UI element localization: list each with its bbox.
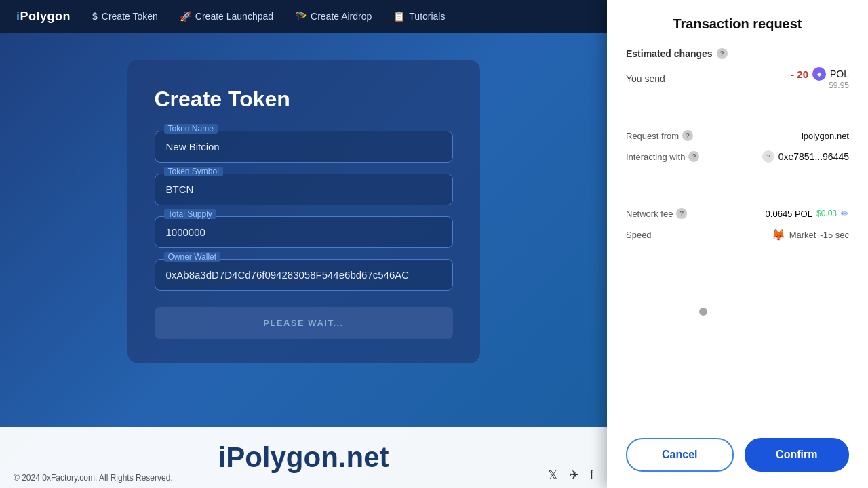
confirm-button[interactable]: Confirm — [745, 438, 850, 472]
owner-wallet-input[interactable] — [155, 259, 453, 291]
send-token-name: POL — [830, 68, 849, 79]
owner-wallet-label: Owner Wallet — [164, 252, 221, 262]
estimated-changes-label: Estimated changes ? — [626, 48, 849, 59]
dollar-icon: $ — [92, 11, 98, 22]
total-supply-group: Total Supply — [155, 216, 453, 248]
pol-token-icon: ◈ — [812, 67, 826, 81]
interacting-with-row: Interacting with ? ? 0xe7851...96445 — [626, 150, 849, 163]
fox-icon: 🦊 — [772, 228, 785, 241]
footer-banner: iPolygon.net © 2024 0xFactory.com. All R… — [0, 427, 607, 488]
network-fee-help-icon[interactable]: ? — [676, 208, 687, 219]
total-supply-label: Total Supply — [164, 209, 216, 219]
speed-market: Market — [789, 230, 816, 240]
nav-create-airdrop[interactable]: 🪂 Create Airdrop — [295, 11, 372, 22]
speed-value: 🦊 Market -15 sec — [772, 228, 849, 241]
estimated-changes-help-icon[interactable]: ? — [717, 48, 728, 59]
request-from-key: Request from ? — [626, 130, 693, 141]
interacting-with-help-icon[interactable]: ? — [688, 151, 699, 162]
rocket-icon: 🚀 — [180, 11, 191, 22]
network-fee-pol: 0.0645 POL — [766, 209, 812, 219]
token-symbol-group: Token Symbol — [155, 174, 453, 205]
footer-social-links: 𝕏 ✈ f — [548, 468, 593, 483]
owner-wallet-group: Owner Wallet — [155, 259, 453, 291]
main-background: Create Token Token Name Token Symbol Tot… — [0, 33, 607, 488]
fee-section: Network fee ? 0.0645 POL $0.03 ✏ Speed 🦊… — [626, 208, 849, 251]
transaction-title: Transaction request — [626, 16, 849, 32]
speed-key: Speed — [626, 230, 652, 240]
nav-create-launchpad[interactable]: 🚀 Create Launchpad — [180, 11, 273, 22]
request-info-section: Request from ? ipolygon.net Interacting … — [626, 130, 849, 172]
submit-button[interactable]: PLEASE WAIT... — [155, 307, 453, 339]
interacting-with-value: ? 0xe7851...96445 — [762, 150, 849, 163]
network-fee-usd: $0.03 — [816, 209, 837, 218]
telegram-icon[interactable]: ✈ — [569, 468, 579, 483]
nav-logo: iPolygon — [16, 9, 71, 24]
token-name-input[interactable] — [155, 131, 453, 163]
transaction-buttons: Cancel Confirm — [626, 438, 849, 472]
token-symbol-label: Token Symbol — [164, 167, 223, 176]
request-from-value: ipolygon.net — [802, 131, 849, 141]
send-usd-value: $9.95 — [829, 81, 849, 90]
facebook-icon[interactable]: f — [590, 468, 593, 483]
nav-create-token[interactable]: $ Create Token — [92, 11, 158, 22]
network-fee-value: 0.0645 POL $0.03 ✏ — [766, 208, 849, 219]
cancel-button[interactable]: Cancel — [626, 438, 734, 472]
network-fee-key: Network fee ? — [626, 208, 687, 219]
footer-copyright: © 2024 0xFactory.com. All Rights Reserve… — [14, 473, 173, 483]
divider-2 — [626, 197, 849, 197]
tutorials-icon: 📋 — [393, 11, 405, 22]
you-send-value: - 20 ◈ POL — [791, 67, 849, 81]
airdrop-icon: 🪂 — [295, 11, 307, 22]
speed-time: -15 sec — [820, 230, 849, 240]
divider-1 — [626, 119, 849, 119]
contract-icon: ? — [762, 150, 774, 163]
speed-row: Speed 🦊 Market -15 sec — [626, 228, 849, 241]
request-from-help-icon[interactable]: ? — [682, 130, 693, 141]
total-supply-input[interactable] — [155, 216, 453, 248]
nav-tutorials[interactable]: 📋 Tutorials — [393, 11, 445, 22]
transaction-panel: Transaction request Estimated changes ? … — [607, 0, 868, 488]
send-amount: - 20 — [791, 68, 808, 80]
network-fee-row: Network fee ? 0.0645 POL $0.03 ✏ — [626, 208, 849, 219]
twitter-icon[interactable]: 𝕏 — [548, 468, 558, 483]
token-name-group: Token Name — [155, 131, 453, 163]
request-from-row: Request from ? ipolygon.net — [626, 130, 849, 141]
create-token-card: Create Token Token Name Token Symbol Tot… — [127, 60, 480, 363]
page-title: Create Token — [155, 87, 453, 112]
estimated-changes-section: Estimated changes ? You send - 20 ◈ POL … — [626, 48, 849, 94]
interacting-with-key: Interacting with ? — [626, 151, 699, 162]
you-send-row: You send - 20 ◈ POL $9.95 — [626, 67, 849, 90]
footer-logo: iPolygon.net — [218, 441, 389, 474]
token-name-label: Token Name — [164, 124, 218, 134]
edit-fee-icon[interactable]: ✏ — [841, 208, 849, 219]
you-send-label: You send — [626, 73, 665, 84]
token-symbol-input[interactable] — [155, 174, 453, 205]
